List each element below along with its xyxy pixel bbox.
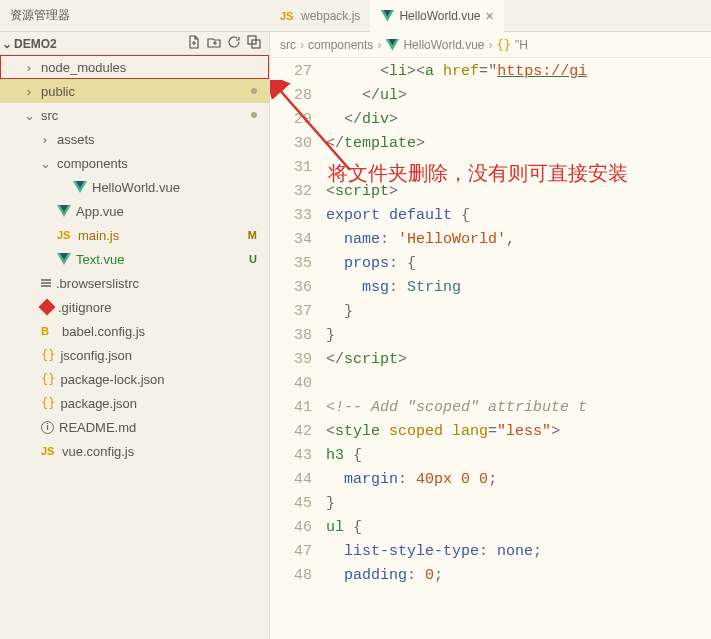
braces-icon: {} bbox=[41, 372, 55, 386]
code-line[interactable]: padding: 0; bbox=[326, 564, 711, 588]
line-number: 40 bbox=[270, 372, 312, 396]
chevron-right-icon: › bbox=[377, 38, 381, 52]
code-line[interactable]: export default { bbox=[326, 204, 711, 228]
js-icon: JS bbox=[41, 445, 57, 457]
tree-item[interactable]: Bbabel.config.js bbox=[0, 319, 269, 343]
tree-item[interactable]: HelloWorld.vue bbox=[0, 175, 269, 199]
chevron-icon: › bbox=[38, 132, 52, 147]
line-number: 39 bbox=[270, 348, 312, 372]
line-number: 27 bbox=[270, 60, 312, 84]
new-file-icon[interactable] bbox=[187, 35, 201, 52]
tree-item-label: .gitignore bbox=[58, 300, 261, 315]
tree-item-label: package-lock.json bbox=[60, 372, 261, 387]
code-line[interactable]: msg: String bbox=[326, 276, 711, 300]
code-line[interactable]: } bbox=[326, 300, 711, 324]
code-line[interactable]: </div> bbox=[326, 108, 711, 132]
line-number: 35 bbox=[270, 252, 312, 276]
code-line[interactable]: name: 'HelloWorld', bbox=[326, 228, 711, 252]
main: ⌄ DEMO2 ›node_modules›public⌄src›assets⌄… bbox=[0, 32, 711, 639]
line-number: 28 bbox=[270, 84, 312, 108]
line-number: 34 bbox=[270, 228, 312, 252]
code-line[interactable]: margin: 40px 0 0; bbox=[326, 468, 711, 492]
tab-helloworld[interactable]: HelloWorld.vue × bbox=[370, 0, 503, 32]
code-line[interactable]: ul { bbox=[326, 516, 711, 540]
breadcrumb-part[interactable]: HelloWorld.vue bbox=[403, 38, 484, 52]
breadcrumb[interactable]: src › components › HelloWorld.vue › {} "… bbox=[270, 32, 711, 58]
tree-item[interactable]: {}package.json bbox=[0, 391, 269, 415]
collapse-icon[interactable] bbox=[247, 35, 261, 52]
tree-item[interactable]: ›node_modules bbox=[0, 55, 269, 79]
code-line[interactable]: <!-- Add "scoped" attribute t bbox=[326, 396, 711, 420]
line-number: 33 bbox=[270, 204, 312, 228]
breadcrumb-fragment: "H bbox=[515, 38, 528, 52]
js-icon: JS bbox=[280, 10, 296, 22]
tree-item[interactable]: iREADME.md bbox=[0, 415, 269, 439]
tree-item-label: package.json bbox=[60, 396, 261, 411]
dirty-dot bbox=[251, 112, 257, 118]
tree-item[interactable]: ›assets bbox=[0, 127, 269, 151]
panel-title: 资源管理器 bbox=[0, 0, 270, 31]
vue-icon bbox=[57, 205, 71, 217]
chevron-icon: ⌄ bbox=[38, 156, 52, 171]
code-line[interactable]: list-style-type: none; bbox=[326, 540, 711, 564]
tree-item-label: main.js bbox=[78, 228, 243, 243]
js-icon: JS bbox=[57, 229, 73, 241]
line-number: 37 bbox=[270, 300, 312, 324]
close-icon[interactable]: × bbox=[486, 8, 494, 24]
code-line[interactable]: </script> bbox=[326, 348, 711, 372]
tree-item[interactable]: ⌄src bbox=[0, 103, 269, 127]
tree-item[interactable]: Text.vueU bbox=[0, 247, 269, 271]
tree-item[interactable]: JSvue.config.js bbox=[0, 439, 269, 463]
tree-item-label: public bbox=[41, 84, 246, 99]
explorer-header[interactable]: ⌄ DEMO2 bbox=[0, 32, 269, 55]
code-line[interactable]: } bbox=[326, 492, 711, 516]
chevron-icon: › bbox=[22, 84, 36, 99]
dirty-dot bbox=[251, 88, 257, 94]
tree-item[interactable]: ⌄components bbox=[0, 151, 269, 175]
code-line[interactable]: <li><a href="https://gi bbox=[326, 60, 711, 84]
code-line[interactable] bbox=[326, 156, 711, 180]
breadcrumb-part[interactable]: components bbox=[308, 38, 373, 52]
tree-item-label: components bbox=[57, 156, 261, 171]
tree-item-label: vue.config.js bbox=[62, 444, 261, 459]
code-editor[interactable]: 2728293031323334353637383940414243444546… bbox=[270, 58, 711, 639]
tree-item[interactable]: JSmain.jsM bbox=[0, 223, 269, 247]
tree-item[interactable]: .gitignore bbox=[0, 295, 269, 319]
line-number: 38 bbox=[270, 324, 312, 348]
line-number: 36 bbox=[270, 276, 312, 300]
line-number: 48 bbox=[270, 564, 312, 588]
code-line[interactable]: </template> bbox=[326, 132, 711, 156]
code-line[interactable]: } bbox=[326, 324, 711, 348]
tree-item[interactable]: App.vue bbox=[0, 199, 269, 223]
tree-item[interactable]: .browserslistrc bbox=[0, 271, 269, 295]
breadcrumb-part[interactable]: src bbox=[280, 38, 296, 52]
line-number: 47 bbox=[270, 540, 312, 564]
tree-item[interactable]: ›public bbox=[0, 79, 269, 103]
line-number: 31 bbox=[270, 156, 312, 180]
code-line[interactable]: <style scoped lang="less"> bbox=[326, 420, 711, 444]
babel-icon: B bbox=[41, 325, 57, 337]
tree-item-label: babel.config.js bbox=[62, 324, 261, 339]
tree-item-label: Text.vue bbox=[76, 252, 244, 267]
code-line[interactable] bbox=[326, 372, 711, 396]
line-number: 41 bbox=[270, 396, 312, 420]
tree-item-label: .browserslistrc bbox=[56, 276, 261, 291]
chevron-right-icon: › bbox=[300, 38, 304, 52]
tree-item[interactable]: {}jsconfig.json bbox=[0, 343, 269, 367]
refresh-icon[interactable] bbox=[227, 35, 241, 52]
code-line[interactable]: <script> bbox=[326, 180, 711, 204]
editor: src › components › HelloWorld.vue › {} "… bbox=[270, 32, 711, 639]
line-number: 45 bbox=[270, 492, 312, 516]
braces-icon: {} bbox=[497, 38, 511, 52]
line-number: 42 bbox=[270, 420, 312, 444]
tree-item-label: jsconfig.json bbox=[60, 348, 261, 363]
tab-webpack[interactable]: JS webpack.js bbox=[270, 0, 370, 32]
new-folder-icon[interactable] bbox=[207, 35, 221, 52]
tree-item[interactable]: {}package-lock.json bbox=[0, 367, 269, 391]
line-number: 30 bbox=[270, 132, 312, 156]
file-tree: ›node_modules›public⌄src›assets⌄componen… bbox=[0, 55, 269, 639]
code-line[interactable]: props: { bbox=[326, 252, 711, 276]
code-lines[interactable]: <li><a href="https://gi </ul> </div></te… bbox=[326, 58, 711, 639]
code-line[interactable]: </ul> bbox=[326, 84, 711, 108]
code-line[interactable]: h3 { bbox=[326, 444, 711, 468]
